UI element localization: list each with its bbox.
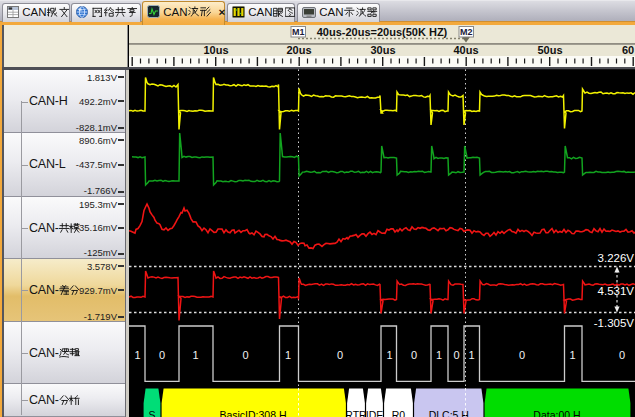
svg-text:RTR: RTR xyxy=(345,409,367,417)
svg-text:M2: M2 xyxy=(460,27,473,37)
svg-text:1: 1 xyxy=(468,349,474,361)
svg-text:0: 0 xyxy=(337,349,343,361)
svg-text:0: 0 xyxy=(411,349,417,361)
svg-text:R0: R0 xyxy=(392,409,406,417)
svg-text:S: S xyxy=(148,409,155,417)
svg-text:60: 60 xyxy=(622,44,634,56)
svg-text:0: 0 xyxy=(619,349,625,361)
svg-text:10us: 10us xyxy=(203,44,228,56)
svg-text:1: 1 xyxy=(134,349,140,361)
svg-text:4.531V: 4.531V xyxy=(598,285,635,297)
svg-text:Data:00 H: Data:00 H xyxy=(533,409,580,417)
svg-text:0: 0 xyxy=(159,349,165,361)
svg-text:1: 1 xyxy=(569,349,575,361)
svg-text:BasicID:308 H: BasicID:308 H xyxy=(219,409,286,417)
svg-text:1: 1 xyxy=(386,349,392,361)
svg-text:0: 0 xyxy=(519,349,525,361)
svg-text:1: 1 xyxy=(192,349,198,361)
svg-text:M1: M1 xyxy=(292,27,305,37)
svg-text:50us: 50us xyxy=(537,44,562,56)
svg-text:0: 0 xyxy=(453,349,459,361)
svg-text:IDE: IDE xyxy=(366,409,384,417)
svg-text:0: 0 xyxy=(242,349,248,361)
svg-text:DLC:5 H: DLC:5 H xyxy=(429,409,469,417)
svg-text:40us: 40us xyxy=(453,44,478,56)
svg-text:-1.305V: -1.305V xyxy=(594,317,635,329)
svg-text:40us-20us=20us(50K HZ): 40us-20us=20us(50K HZ) xyxy=(317,26,448,38)
svg-text:1: 1 xyxy=(285,349,291,361)
svg-text:3.226V: 3.226V xyxy=(598,252,635,264)
svg-text:20us: 20us xyxy=(286,44,311,56)
svg-text:1: 1 xyxy=(436,349,442,361)
svg-text:30us: 30us xyxy=(370,44,395,56)
